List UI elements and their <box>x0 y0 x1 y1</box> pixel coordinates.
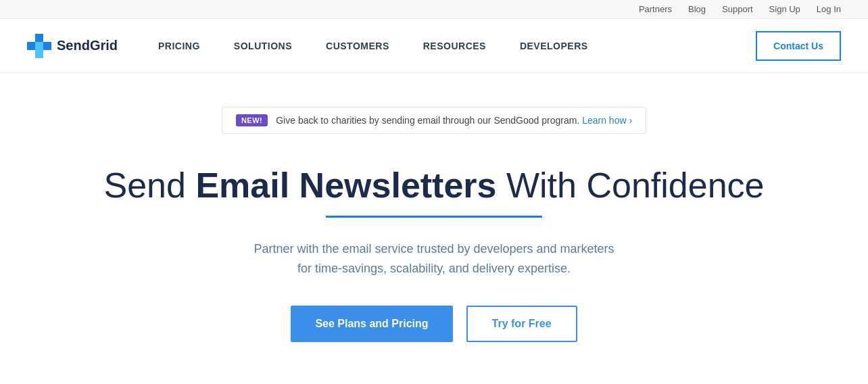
hero-section: NEW! Give back to charities by sending e… <box>0 73 868 383</box>
announcement-banner: NEW! Give back to charities by sending e… <box>222 107 646 134</box>
headline-bold: Email Newsletters <box>195 166 496 205</box>
signup-link[interactable]: Sign Up <box>769 4 800 14</box>
solutions-nav-link[interactable]: SOLUTIONS <box>234 41 292 51</box>
cta-buttons: See Plans and Pricing Try for Free <box>291 306 577 342</box>
logo-text: SendGrid <box>57 38 118 53</box>
subtitle-line2: for time-savings, scalability, and deliv… <box>297 262 571 275</box>
headline-underline <box>326 216 542 218</box>
svg-rect-4 <box>35 50 43 58</box>
logo[interactable]: SendGrid <box>27 34 118 58</box>
login-link[interactable]: Log In <box>817 4 841 14</box>
svg-rect-0 <box>27 42 35 50</box>
sendgrid-logo-icon <box>27 34 51 58</box>
partners-link[interactable]: Partners <box>639 4 672 14</box>
nav-links: PRICING SOLUTIONS CUSTOMERS RESOURCES DE… <box>158 41 756 51</box>
see-plans-button[interactable]: See Plans and Pricing <box>291 306 452 342</box>
pricing-nav-link[interactable]: PRICING <box>158 41 200 51</box>
support-link[interactable]: Support <box>722 4 753 14</box>
svg-rect-1 <box>35 34 43 42</box>
new-badge: NEW! <box>236 114 268 126</box>
headline-part1: Send <box>104 166 196 205</box>
top-bar: Partners Blog Support Sign Up Log In <box>0 0 868 19</box>
resources-nav-link[interactable]: RESOURCES <box>423 41 486 51</box>
svg-rect-3 <box>43 42 51 50</box>
hero-headline: Send Email Newsletters With Confidence <box>104 166 765 205</box>
contact-us-button[interactable]: Contact Us <box>756 31 841 61</box>
blog-link[interactable]: Blog <box>688 4 706 14</box>
announcement-body: Give back to charities by sending email … <box>276 115 579 126</box>
hero-subtitle: Partner with the email service trusted b… <box>254 239 614 279</box>
developers-nav-link[interactable]: DEVELOPERS <box>520 41 588 51</box>
try-for-free-button[interactable]: Try for Free <box>466 306 577 342</box>
customers-nav-link[interactable]: CUSTOMERS <box>326 41 389 51</box>
svg-rect-2 <box>35 42 43 50</box>
main-nav: SendGrid PRICING SOLUTIONS CUSTOMERS RES… <box>0 19 868 73</box>
subtitle-line1: Partner with the email service trusted b… <box>254 242 614 256</box>
announcement-link[interactable]: Learn how › <box>582 115 632 126</box>
announcement-text: Give back to charities by sending email … <box>276 115 632 126</box>
headline-part2: With Confidence <box>497 166 765 205</box>
